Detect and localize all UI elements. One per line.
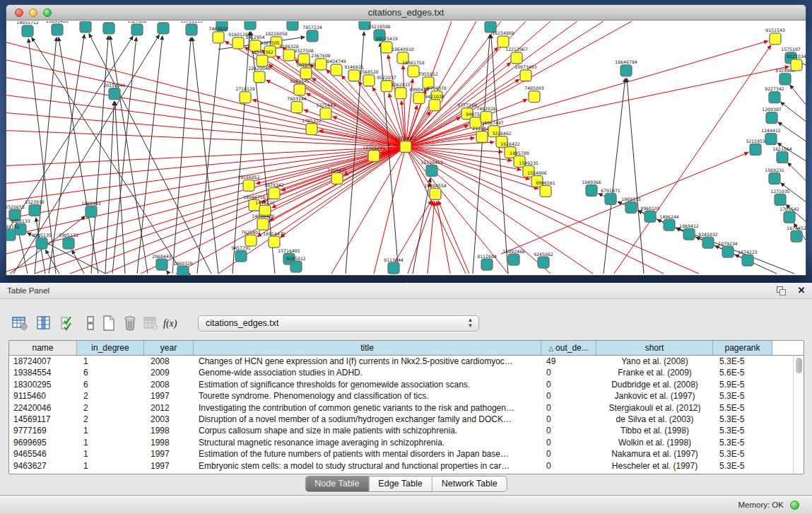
column-header-out_de[interactable]: △out_de...: [541, 341, 596, 355]
table-cell[interactable]: Hescheler et al. (1997): [596, 460, 713, 472]
table-cell[interactable]: 9463627: [9, 460, 77, 472]
delete-icon[interactable]: [122, 315, 140, 333]
tab-edge-table[interactable]: Edge Table: [368, 477, 431, 491]
table-cell[interactable]: Tibbo et al. (1998): [596, 425, 713, 436]
tab-node-table[interactable]: Node Table: [305, 477, 368, 491]
table-cell[interactable]: 6: [77, 379, 144, 390]
network-node[interactable]: [269, 236, 280, 247]
network-node[interactable]: [769, 173, 780, 184]
table-cell[interactable]: Disruption of a novel member of a sodium…: [194, 414, 541, 425]
table-cell[interactable]: 5.3E-5: [713, 437, 772, 448]
table-row[interactable]: 1938455462009Genome-wide association stu…: [9, 367, 804, 378]
network-node[interactable]: [430, 188, 441, 199]
table-cell[interactable]: 2: [77, 402, 144, 414]
table-row[interactable]: 946362711997Embryonic stem cells: a mode…: [9, 460, 804, 472]
column-header-in_degree[interactable]: in_degree: [77, 341, 144, 355]
close-window-button[interactable]: [15, 8, 23, 17]
network-node[interactable]: [177, 266, 189, 275]
table-cell[interactable]: Embryonic stem cells: a model to study s…: [194, 460, 541, 472]
network-node[interactable]: [620, 65, 632, 76]
table-cell[interactable]: 1998: [144, 437, 194, 448]
network-node[interactable]: [511, 52, 522, 64]
table-cell[interactable]: 2008: [144, 356, 194, 367]
table-cell[interactable]: 0: [541, 448, 596, 460]
table-cell[interactable]: de Silva et al. (2003): [596, 414, 713, 425]
network-node[interactable]: [426, 165, 437, 176]
network-node[interactable]: [257, 218, 269, 230]
network-node[interactable]: [291, 102, 302, 113]
table-cell[interactable]: 0: [541, 402, 596, 414]
table-scrollbar[interactable]: [793, 356, 804, 474]
network-node[interactable]: [605, 193, 616, 204]
table-cell[interactable]: 9699695: [9, 437, 77, 448]
network-node[interactable]: [775, 194, 786, 205]
network-node[interactable]: [429, 100, 440, 111]
network-node[interactable]: [186, 24, 197, 35]
table-cell[interactable]: 2008: [144, 379, 194, 390]
table-cell[interactable]: Dudbridge et al. (2008): [596, 379, 713, 390]
network-node[interactable]: [243, 180, 254, 191]
network-node[interactable]: [158, 23, 169, 34]
function-builder-icon[interactable]: f(x): [163, 315, 184, 333]
table-cell[interactable]: 1: [77, 448, 144, 460]
table-cell[interactable]: 1997: [144, 460, 194, 472]
network-node[interactable]: [235, 250, 247, 262]
table-cell[interactable]: 9465546: [9, 448, 77, 460]
table-cell[interactable]: 5.5E-5: [713, 402, 772, 414]
network-canvas[interactable]: 1405571220891406190350410653287152760264…: [6, 21, 806, 275]
table-cell[interactable]: 5.3E-5: [713, 356, 772, 367]
network-node[interactable]: [22, 25, 33, 37]
network-node[interactable]: [408, 66, 419, 77]
table-cell[interactable]: Changes of HCN gene expression and I(f) …: [194, 356, 541, 367]
scrollbar-thumb[interactable]: [796, 358, 802, 373]
window-titlebar[interactable]: citations_edges.txt: [6, 5, 806, 21]
table-cell[interactable]: Franke et al. (2009): [596, 367, 713, 378]
network-node[interactable]: [287, 21, 298, 30]
table-cell[interactable]: Tourette syndrome. Phenomenology and cla…: [194, 390, 541, 402]
network-node[interactable]: [29, 204, 40, 216]
network-node[interactable]: [348, 70, 360, 81]
select-columns-icon[interactable]: [59, 315, 78, 333]
table-cell[interactable]: 2012: [144, 402, 194, 414]
network-node[interactable]: [481, 259, 493, 270]
network-node[interactable]: [779, 74, 791, 85]
network-node[interactable]: [784, 211, 795, 223]
column-header-year[interactable]: year: [144, 341, 194, 355]
table-cell[interactable]: 0: [541, 425, 596, 436]
network-node[interactable]: [664, 219, 675, 230]
network-node[interactable]: [476, 132, 488, 143]
network-node[interactable]: [283, 49, 295, 61]
table-cell[interactable]: 1: [77, 437, 144, 448]
network-node[interactable]: [770, 33, 781, 45]
network-node[interactable]: [508, 254, 519, 265]
table-row[interactable]: 1830029562008Estimation of significance …: [9, 379, 804, 390]
table-row[interactable]: 2242004622012Investigating the contribut…: [9, 402, 804, 414]
table-cell[interactable]: 18300295: [9, 379, 77, 390]
close-panel-icon[interactable]: ✕: [796, 284, 807, 297]
network-node[interactable]: [233, 37, 244, 49]
table-cell[interactable]: 5.3E-5: [713, 425, 772, 436]
network-node[interactable]: [306, 124, 317, 135]
network-node[interactable]: [213, 32, 224, 43]
import-table-icon[interactable]: [142, 315, 160, 333]
network-node[interactable]: [742, 255, 753, 266]
table-select-dropdown[interactable]: citations_edges.txt ▲▼: [198, 315, 479, 332]
network-node[interactable]: [498, 36, 509, 47]
network-node[interactable]: [315, 59, 326, 70]
network-node[interactable]: [395, 88, 406, 99]
table-cell[interactable]: 0: [541, 460, 596, 472]
table-cell[interactable]: 1997: [144, 390, 194, 402]
memory-status-icon[interactable]: [790, 501, 799, 510]
network-node[interactable]: [538, 257, 549, 268]
table-cell[interactable]: 1: [77, 425, 144, 436]
network-node[interactable]: [63, 238, 74, 249]
network-node[interactable]: [529, 91, 540, 103]
table-cell[interactable]: Estimation of the future numbers of pati…: [194, 448, 541, 460]
network-node[interactable]: [331, 64, 342, 76]
table-cell[interactable]: 5.3E-5: [713, 448, 772, 460]
network-node[interactable]: [331, 173, 343, 184]
row-height-icon[interactable]: [82, 315, 100, 333]
table-row[interactable]: 911546021997Tourette syndrome. Phenomeno…: [9, 390, 804, 402]
table-row[interactable]: 1872400712008Changes of HCN gene express…: [9, 356, 804, 367]
table-cell[interactable]: Wolkin et al. (1998): [596, 437, 713, 448]
